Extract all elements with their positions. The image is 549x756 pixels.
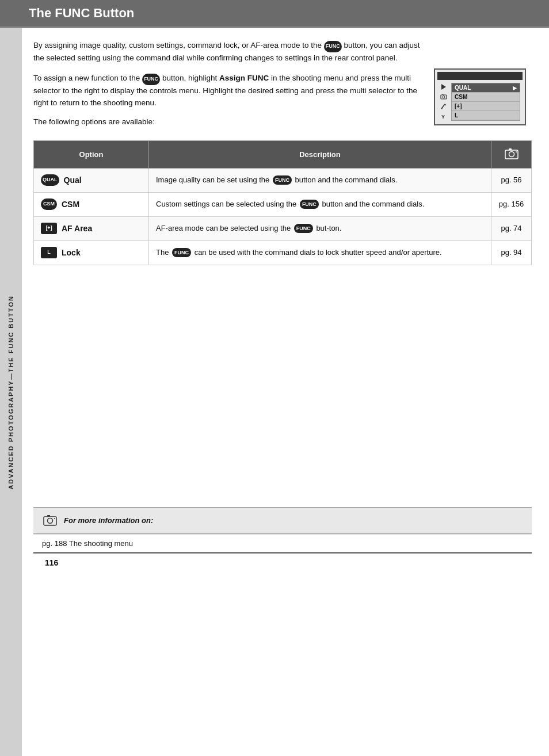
svg-rect-3 [443,94,444,96]
svg-rect-14 [47,515,50,517]
page-ref-line: pg. 188 The shooting menu [33,534,532,553]
func-badge-csm: FUNC [300,200,319,209]
svg-point-2 [443,96,445,98]
col-header-icon [491,140,532,168]
bottom-section: For more information on: pg. 188 The sho… [33,507,532,572]
intro-para-1: By assigning image quality, custom setti… [33,40,422,64]
func-badge-inline-1: FUNC [324,41,342,52]
lcd-camera-icon [440,93,448,101]
camera-lcd-display: Y QUAL▶ CSM [+ [434,68,532,132]
qual-label: Qual [64,174,82,186]
lcd-y-icon: Y [440,112,448,120]
lcd-pencil-icon [440,102,448,110]
func-badge-inline-2: FUNC [142,74,160,85]
option-cell-csm: CSM CSM [34,192,149,216]
func-badge-qual: FUNC [273,175,292,185]
afarea-label: AF Area [62,223,92,235]
page-ref-afarea: pg. 74 [491,216,532,240]
lock-badge: L [41,247,57,258]
table-row: QUAL Qual Image quality can be set using… [34,168,532,192]
lcd-play-icon [440,83,448,91]
intro-para-2: To assign a new function to the FUNC but… [33,72,422,109]
page-ref-csm: pg. 156 [491,192,532,216]
lcd-menu: QUAL▶ CSM [+] L [451,83,520,121]
option-cell-lock: L Lock [34,240,149,265]
page-ref-text: pg. 188 The shooting menu [42,539,133,548]
intro-text-block: By assigning image quality, custom setti… [33,40,422,132]
page: The FUNC Button Advanced Photography—The… [0,0,549,756]
intro-section: By assigning image quality, custom setti… [33,40,532,132]
sidebar: Advanced Photography—The FUNC Button [0,28,22,756]
col-header-option: Option [34,140,149,168]
assign-func-label: Assign FUNC [219,74,269,82]
lcd-menu-item-csm: CSM [452,93,520,102]
table-row: CSM CSM Custom settings can be selected … [34,192,532,216]
func-badge-lock: FUNC [172,248,191,257]
lock-label: Lock [62,247,81,259]
for-more-icon [42,513,58,529]
func-badge-afarea: FUNC [294,224,313,233]
lcd-top-bar [437,72,523,80]
sidebar-label: Advanced Photography—The FUNC Button [7,295,14,490]
svg-text:Y: Y [441,114,445,120]
desc-cell-csm: Custom settings can be selected using th… [149,192,491,216]
main-content: By assigning image quality, custom setti… [22,28,549,756]
page-ref-qual: pg. 56 [491,168,532,192]
for-more-text: For more information on: [64,516,153,525]
desc-cell-afarea: AF-area mode can be selected using the F… [149,216,491,240]
svg-rect-10 [509,148,512,150]
csm-badge: CSM [41,198,57,210]
title-bar: The FUNC Button [0,0,549,26]
svg-marker-0 [441,84,446,90]
lcd-menu-item-qual: QUAL▶ [452,83,520,93]
afarea-badge: [+] [41,223,57,234]
qual-badge: QUAL [41,174,59,186]
lcd-menu-item-afarea: [+] [452,102,520,111]
lcd-menu-item-lock: L [452,111,520,120]
desc-cell-qual: Image quality can be set using the FUNC … [149,168,491,192]
table-row: L Lock The FUNC can be used with the com… [34,240,532,265]
for-more-bar: For more information on: [33,507,532,534]
lcd-left-icons: Y [440,83,448,120]
table-camera-icon [504,146,520,162]
page-ref-lock: pg. 94 [491,240,532,265]
col-header-description: Description [149,140,491,168]
csm-label: CSM [62,198,79,211]
svg-point-9 [509,151,514,156]
page-number: 116 [33,553,532,572]
svg-line-5 [445,104,446,105]
lcd-box: Y QUAL▶ CSM [+ [434,68,526,125]
svg-point-13 [48,518,53,523]
content-area: Advanced Photography—The FUNC Button By … [0,28,549,756]
lcd-icons-row: Y QUAL▶ CSM [+ [437,82,523,122]
page-title: The FUNC Button [29,6,134,21]
table-row: [+] AF Area AF-area mode can be selected… [34,216,532,240]
content-spacer [33,277,532,507]
options-available-text: The following options are available: [33,117,422,126]
svg-line-4 [441,104,445,109]
desc-cell-lock: The FUNC can be used with the command di… [149,240,491,265]
options-table: Option Description [33,140,532,265]
option-cell-qual: QUAL Qual [34,168,149,192]
option-cell-afarea: [+] AF Area [34,216,149,240]
